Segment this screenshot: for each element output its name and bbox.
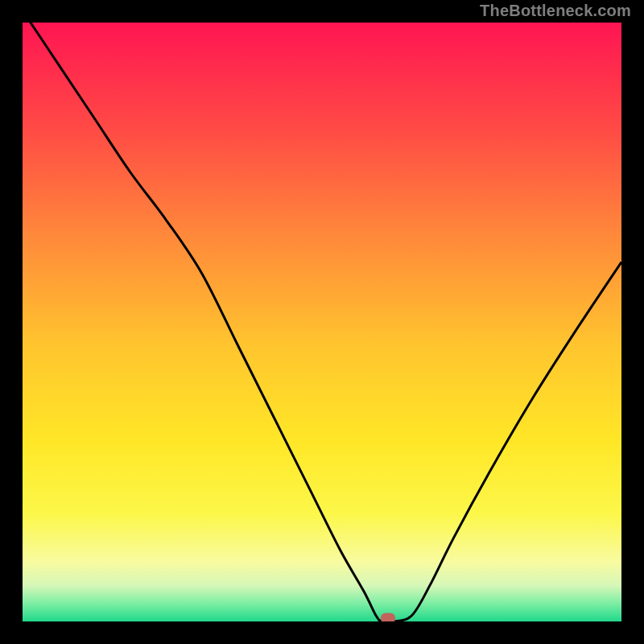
plot-area: [23, 23, 621, 621]
min-point-marker: [381, 613, 395, 621]
chart-stage: TheBottleneck.com: [0, 0, 644, 644]
bottleneck-curve: [23, 23, 621, 621]
attribution-text: TheBottleneck.com: [480, 2, 631, 20]
